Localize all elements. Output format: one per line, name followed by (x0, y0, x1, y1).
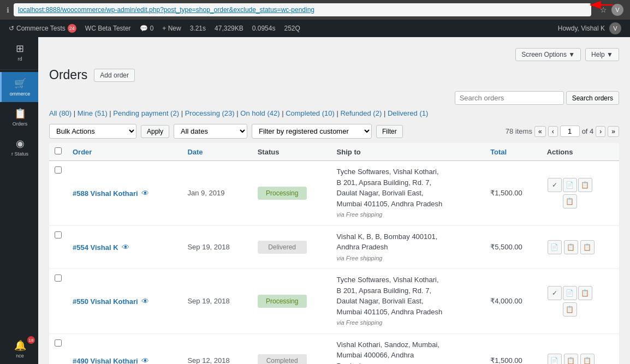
admin-bar-beta[interactable]: WC Beta Tester (81, 20, 135, 37)
status-tabs: All (80) | Mine (51) | Pending payment (… (49, 109, 619, 117)
table-row: #490 Vishal Kothari👁Sep 12, 2018Complete… (49, 333, 619, 364)
action-btn-588-2[interactable]: 📋 (578, 178, 592, 192)
action-btn-550-0[interactable]: ✓ (548, 286, 562, 300)
first-page-button[interactable]: « (534, 126, 546, 137)
actions-grid-588: ✓📄📋📋 (547, 177, 614, 209)
add-order-button[interactable]: Add order (94, 69, 135, 82)
sidebar-item-order-status[interactable]: ◉ r Status (0, 132, 38, 162)
wp-admin-bar: ↺ Commerce Tests 24 WC Beta Tester 💬 0 +… (0, 20, 630, 37)
url-text: localhost:8888/woocommerce/wp-admin/edit… (18, 6, 314, 14)
order-link-554[interactable]: #554 Vishal K (73, 243, 118, 252)
action-btn-554-0[interactable]: 📄 (548, 240, 562, 254)
bulk-actions-select[interactable]: Bulk Actions Mark processing Mark comple… (49, 124, 136, 139)
admin-bar-perf3: 0.0954s (248, 20, 280, 37)
row-checkbox-cell (49, 225, 67, 269)
action-btn-550-2[interactable]: 📋 (578, 286, 592, 300)
header-total[interactable]: Total (485, 143, 542, 161)
admin-bar-perf4: 252Q (280, 20, 304, 37)
next-page-button[interactable]: › (596, 126, 605, 137)
header-order[interactable]: Order (67, 143, 182, 161)
status-badge-554: Delivered (258, 241, 307, 254)
admin-bar-perf1: 3.21s (186, 20, 210, 37)
sidebar-label-nce: nce (16, 353, 24, 359)
header-date[interactable]: Date (182, 143, 252, 161)
admin-bar-comments[interactable]: 💬 0 (135, 20, 158, 37)
sidebar-label-orders: Orders (13, 121, 28, 127)
order-link-588[interactable]: #588 Vishal Kothari (73, 189, 138, 198)
eye-icon-550: 👁 (141, 297, 149, 306)
admin-bar-site[interactable]: ↺ Commerce Tests 24 (4, 20, 81, 37)
action-btn-588-4[interactable]: 📋 (563, 194, 577, 208)
row-checkbox-cell (49, 161, 67, 226)
tab-mine[interactable]: Mine (51) (78, 109, 108, 117)
tab-refunded[interactable]: Refunded (2) (340, 109, 382, 117)
prev-page-button[interactable]: ‹ (548, 126, 558, 137)
row-checkbox-490[interactable] (55, 339, 62, 347)
red-arrow (586, 0, 619, 13)
order-link-550[interactable]: #550 Vishal Kothari (73, 297, 138, 306)
sidebar-item-nce[interactable]: 🔔 nce 18 (0, 334, 38, 364)
help-button[interactable]: Help ▼ (585, 48, 619, 61)
customer-filter[interactable]: Filter by registered customer (252, 124, 372, 139)
apply-button[interactable]: Apply (141, 125, 169, 138)
sidebar-nce-wrap: 🔔 nce 18 (0, 334, 38, 364)
sidebar-item-orders[interactable]: 📋 Orders (0, 102, 38, 132)
screen-options-button[interactable]: Screen Options ▼ (515, 48, 581, 61)
tab-processing[interactable]: Processing (23) (185, 109, 235, 117)
row-checkbox-cell (49, 269, 67, 334)
row-checkbox-588[interactable] (55, 166, 62, 174)
tab-all[interactable]: All (80) (49, 109, 72, 117)
action-btn-588-0[interactable]: ✓ (548, 178, 562, 192)
page-title: Orders (49, 68, 87, 82)
date-select[interactable]: All dates January 2019 September 2018 (174, 124, 247, 139)
admin-bar-howdy[interactable]: Howdy, Vishal K V (554, 20, 626, 37)
date-cell-490: Sep 12, 2018 (182, 333, 252, 364)
filter-button[interactable]: Filter (376, 125, 403, 138)
site-count: 24 (68, 24, 76, 33)
table-row: #554 Vishal K👁Sep 19, 2018DeliveredVisha… (49, 225, 619, 269)
shipping-via-550: via Free shipping (337, 319, 383, 326)
order-link-490[interactable]: #490 Vishal Kothari (73, 357, 138, 365)
actions-cell-490: 📄📋📋 (542, 333, 619, 364)
tab-delivered[interactable]: Delivered (1) (388, 109, 428, 117)
sidebar-label-order-status: r Status (11, 151, 28, 157)
sidebar: ⊞ rd 🛒 ommerce 📋 Orders ◉ r Status 🔔 nce… (0, 37, 38, 364)
sidebar-item-dashboard[interactable]: ⊞ rd (0, 37, 38, 67)
select-all-checkbox[interactable] (55, 147, 62, 154)
comments-icon: 💬 (140, 25, 148, 32)
header-checkbox-cell (49, 143, 67, 161)
tab-pending[interactable]: Pending payment (2) (113, 109, 179, 117)
comments-count: 0 (150, 25, 154, 32)
url-bar[interactable]: localhost:8888/woocommerce/wp-admin/edit… (14, 3, 591, 16)
action-btn-550-1[interactable]: 📄 (563, 286, 577, 300)
row-checkbox-550[interactable] (55, 275, 62, 282)
action-btn-550-4[interactable]: 📋 (563, 302, 577, 317)
page-input[interactable] (560, 126, 580, 137)
content-area: Screen Options ▼ Help ▼ Orders Add order… (38, 37, 630, 364)
nce-badge: 18 (27, 336, 35, 344)
action-btn-490-2[interactable]: 📋 (580, 354, 595, 365)
action-btn-490-0[interactable]: 📄 (548, 354, 562, 365)
action-btn-554-1[interactable]: 📋 (564, 240, 578, 254)
site-label: Commerce Tests (16, 25, 66, 32)
tab-on-hold[interactable]: On hold (42) (240, 109, 280, 117)
search-button[interactable]: Search orders (566, 91, 619, 105)
items-count: 78 items (506, 127, 532, 135)
shipping-via-588: via Free shipping (337, 211, 383, 218)
table-header-row: Order Date Status Ship to Total Actions (49, 143, 619, 161)
sidebar-item-woocommerce[interactable]: 🛒 ommerce (0, 72, 38, 102)
action-btn-588-1[interactable]: 📄 (563, 178, 577, 192)
action-btn-554-2[interactable]: 📋 (580, 240, 595, 254)
total-cell-554: ₹5,500.00 (485, 225, 542, 269)
total-cell-550: ₹4,000.00 (485, 269, 542, 334)
admin-bar-new[interactable]: + New (158, 20, 185, 37)
order-cell-554: #554 Vishal K👁 (67, 225, 182, 269)
admin-bar-right: Howdy, Vishal K V (554, 20, 626, 37)
last-page-button[interactable]: » (608, 126, 619, 137)
search-input[interactable] (455, 91, 564, 105)
tab-completed[interactable]: Completed (10) (286, 109, 335, 117)
action-btn-490-1[interactable]: 📋 (564, 354, 578, 365)
row-checkbox-554[interactable] (55, 231, 62, 238)
admin-bar-perf2: 47,329KB (210, 20, 248, 37)
info-icon: ℹ (7, 6, 9, 14)
